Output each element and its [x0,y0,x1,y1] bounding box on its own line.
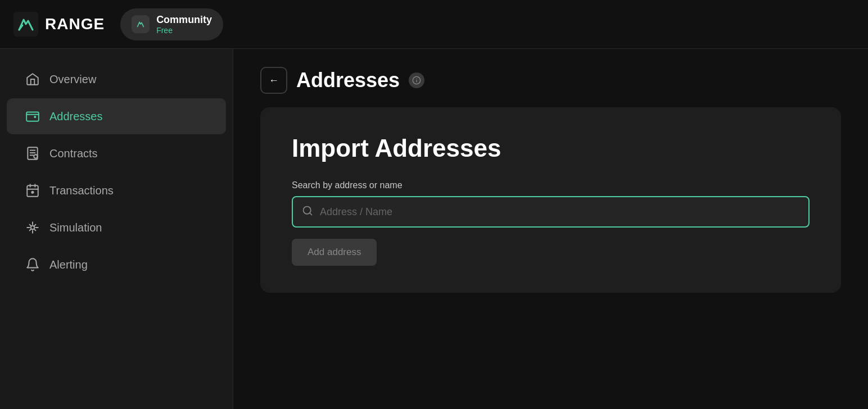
main-layout: Overview Addresses Contracts [0,49,868,409]
bell-icon [25,257,40,272]
info-icon[interactable] [409,72,424,88]
sidebar-item-transactions-label: Transactions [49,184,114,197]
home-icon [25,71,40,87]
sidebar-item-contracts-label: Contracts [49,147,98,160]
content-area: ← Addresses Import Addresses Search by a… [233,49,868,409]
svg-line-11 [310,212,312,215]
add-address-button[interactable]: Add address [292,239,377,266]
simulation-icon [25,220,40,235]
sidebar-item-simulation-label: Simulation [49,221,102,234]
wallet-icon [25,108,40,124]
svg-rect-2 [28,147,37,160]
search-label: Search by address or name [292,180,810,190]
sidebar-item-transactions[interactable]: Transactions [7,172,226,208]
sidebar-item-alerting-label: Alerting [49,258,88,271]
svg-point-6 [31,226,35,230]
svg-point-3 [34,154,37,158]
community-badge[interactable]: Community Free [120,8,223,40]
contract-icon [25,146,40,161]
logo-area: RANGE [13,12,105,37]
community-plan: Free [156,26,212,35]
sidebar: Overview Addresses Contracts [0,49,233,409]
import-title: Import Addresses [292,134,810,162]
community-text-group: Community Free [156,14,212,35]
sidebar-item-overview[interactable]: Overview [7,61,226,97]
search-icon [302,205,313,219]
svg-point-5 [31,192,33,193]
import-panel: Import Addresses Search by address or na… [260,107,841,293]
calendar-icon [25,183,40,198]
page-title: Addresses [296,69,400,92]
app-header: RANGE Community Free [0,0,868,49]
sidebar-item-contracts[interactable]: Contracts [7,135,226,171]
sidebar-item-addresses[interactable]: Addresses [7,98,226,134]
logo-text: RANGE [45,15,105,33]
sidebar-item-alerting[interactable]: Alerting [7,247,226,283]
back-button[interactable]: ← [260,67,287,94]
search-container [292,196,810,228]
community-name: Community [156,14,212,26]
sidebar-item-addresses-label: Addresses [49,110,103,123]
community-badge-icon [132,15,150,33]
sidebar-item-overview-label: Overview [49,73,96,86]
page-header: ← Addresses [233,49,868,107]
svg-rect-1 [26,112,39,121]
search-input[interactable] [320,206,799,218]
range-logo-icon [13,12,38,37]
sidebar-item-simulation[interactable]: Simulation [7,210,226,246]
